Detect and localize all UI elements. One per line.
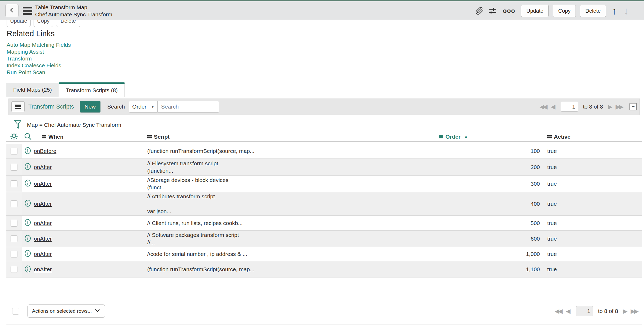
tab-transform-scripts[interactable]: Transform Scripts (8)	[59, 82, 125, 97]
when-link[interactable]: onAfter	[34, 220, 52, 226]
sort-ascending-icon: ▲	[464, 134, 468, 139]
navigate-up-icon[interactable]: ↑	[612, 5, 617, 17]
delete-button[interactable]: Delete	[580, 5, 606, 17]
info-icon[interactable]	[24, 147, 31, 156]
related-link-index-coalesce[interactable]: Index Coalesce Fields	[7, 62, 71, 69]
column-menu-icon	[147, 135, 152, 138]
info-icon[interactable]	[24, 163, 31, 171]
navigate-down-icon[interactable]: ↓	[624, 5, 629, 17]
page-number-input[interactable]	[576, 306, 593, 316]
bottom-pagination: ◀◀ ◀ to 8 of 8 ▶ ▶▶	[555, 306, 639, 316]
previous-page-icon[interactable]: ◀	[566, 308, 571, 315]
list-context-menu-button[interactable]	[11, 101, 25, 112]
active-cell: true	[547, 251, 557, 257]
column-header-active[interactable]: Active	[542, 134, 642, 140]
filter-breadcrumb[interactable]: Map = Chef Automate Sync Transform	[27, 122, 121, 128]
header-actions: ooo Update Copy Delete ↑ ↓	[475, 4, 629, 17]
script-cell: //code for serial number , ip address & …	[147, 250, 247, 258]
related-links-heading: Related Links	[7, 29, 55, 38]
next-page-icon[interactable]: ▶	[623, 308, 628, 315]
active-cell: true	[547, 148, 557, 154]
when-link[interactable]: onAfter	[34, 251, 52, 257]
collapse-list-icon[interactable]: −	[629, 103, 637, 110]
related-link-transform[interactable]: Transform	[7, 55, 71, 62]
next-page-icon[interactable]: ▶	[608, 103, 613, 110]
row-checkbox[interactable]	[11, 235, 17, 242]
gear-icon[interactable]	[10, 132, 18, 142]
related-link-run-point-scan[interactable]: Run Point Scan	[7, 69, 71, 76]
list-toolbar: Transform Scripts New Search Order ▼ ◀◀ …	[8, 99, 640, 115]
list-title: Transform Scripts	[28, 103, 74, 110]
record-name: Chef Automate Sync Transform	[35, 11, 112, 18]
script-cell: // Software packages transform script //…	[147, 231, 239, 246]
when-link[interactable]: onAfter	[34, 266, 52, 273]
row-checkbox[interactable]	[11, 148, 17, 154]
when-link[interactable]: onAfter	[34, 236, 52, 242]
app-header: Table Transform Map Chef Automate Sync T…	[0, 1, 644, 20]
chevron-left-icon	[9, 7, 15, 14]
filter-row: Map = Chef Automate Sync Transform	[6, 118, 642, 132]
back-button[interactable]	[5, 4, 19, 17]
row-checkbox[interactable]	[11, 164, 17, 171]
related-link-auto-map[interactable]: Auto Map Matching Fields	[7, 41, 71, 48]
copy-button-clipped[interactable]: Copy	[34, 20, 53, 27]
pagination-range: to 8 of 8	[598, 308, 618, 314]
info-icon[interactable]	[24, 265, 31, 274]
list-footer: Actions on selected rows... ◀◀ ◀ to 8 of…	[6, 303, 642, 319]
actions-on-selected-rows-select[interactable]: Actions on selected rows...	[27, 304, 105, 318]
script-cell: // Filesystem transform script (function…	[147, 160, 218, 175]
row-checkbox[interactable]	[11, 180, 17, 187]
update-button[interactable]: Update	[521, 5, 549, 17]
info-icon[interactable]	[24, 179, 31, 188]
tab-field-maps[interactable]: Field Maps (25)	[6, 83, 59, 97]
copy-button[interactable]: Copy	[553, 5, 576, 17]
table-row: onAfter (function runTransformScript(sou…	[6, 261, 642, 278]
related-link-mapping-assist[interactable]: Mapping Assist	[7, 48, 71, 55]
column-header-when[interactable]: When	[34, 134, 147, 140]
search-input[interactable]	[158, 101, 219, 113]
info-icon[interactable]	[24, 250, 31, 258]
order-cell: 1,000	[526, 251, 540, 257]
first-page-icon[interactable]: ◀◀	[540, 103, 546, 110]
column-header-script[interactable]: Script	[147, 134, 439, 140]
row-checkbox[interactable]	[11, 220, 17, 227]
form-context-menu-icon[interactable]	[23, 7, 32, 15]
search-rows-icon[interactable]	[24, 132, 32, 142]
update-button-clipped[interactable]: Update	[7, 20, 31, 27]
table-row: onAfter // Attributes transform script v…	[6, 192, 642, 216]
column-header-order[interactable]: Order ▲	[439, 134, 542, 140]
search-column-select[interactable]: Order ▼	[129, 101, 158, 113]
page-number-input[interactable]	[561, 102, 578, 112]
personalize-form-icon[interactable]	[488, 6, 497, 15]
previous-page-icon[interactable]: ◀	[551, 103, 555, 110]
chevron-down-icon	[94, 307, 100, 315]
when-link[interactable]: onBefore	[34, 148, 56, 154]
info-icon[interactable]	[24, 235, 31, 243]
last-page-icon[interactable]: ▶▶	[616, 103, 622, 110]
first-page-icon[interactable]: ◀◀	[555, 308, 561, 315]
row-checkbox[interactable]	[11, 200, 17, 207]
more-options-icon[interactable]: ooo	[503, 8, 515, 13]
info-icon[interactable]	[24, 219, 31, 227]
row-checkbox[interactable]	[11, 251, 17, 257]
new-button[interactable]: New	[80, 101, 100, 113]
order-cell: 400	[531, 201, 540, 207]
filter-funnel-icon[interactable]	[14, 119, 22, 130]
select-all-checkbox[interactable]	[12, 308, 19, 315]
info-icon[interactable]	[24, 199, 31, 208]
script-cell: (function runTransformScript(source, map…	[147, 266, 254, 273]
script-cell: // Attributes transform script var json.…	[147, 193, 215, 215]
table-header-row: When Script Order ▲ Active	[6, 132, 642, 142]
order-cell: 100	[531, 148, 540, 154]
delete-button-clipped[interactable]: Delete	[56, 20, 80, 27]
when-link[interactable]: onAfter	[34, 201, 52, 207]
attachment-icon[interactable]	[475, 7, 484, 15]
column-menu-icon	[42, 135, 46, 138]
when-link[interactable]: onAfter	[34, 164, 52, 170]
related-lists-tabs: Field Maps (25) Transform Scripts (8)	[6, 82, 125, 97]
when-link[interactable]: onAfter	[34, 181, 52, 187]
last-page-icon[interactable]: ▶▶	[631, 308, 637, 315]
row-checkbox[interactable]	[11, 266, 17, 273]
order-cell: 500	[531, 220, 540, 226]
active-cell: true	[547, 181, 557, 187]
